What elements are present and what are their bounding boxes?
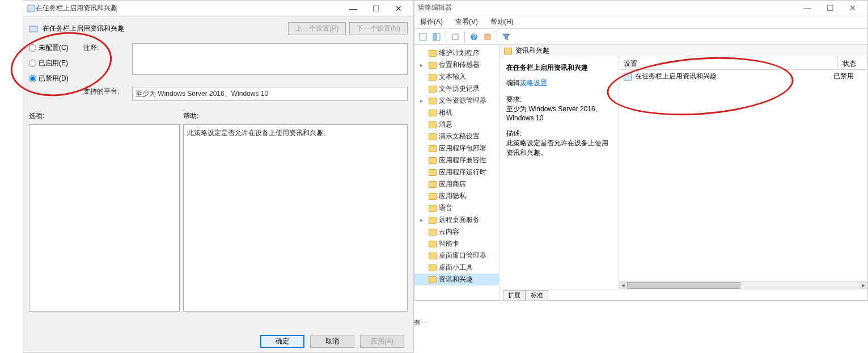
dialog-body: 在任务栏上启用资讯和兴趣 上一个设置(P) 下一个设置(N) 未配置(C) 已启… <box>23 16 413 312</box>
gpedit-titlebar: 策略编辑器 — ☐ ✕ <box>414 1 867 15</box>
tree-item[interactable]: 消息 <box>414 119 499 131</box>
gpedit-minimize-button[interactable]: — <box>796 3 819 12</box>
toolbar-filter-icon[interactable] <box>500 31 513 43</box>
next-setting-button[interactable]: 下一个设置(N) <box>349 22 408 35</box>
dialog-icon <box>27 4 36 13</box>
gpedit-title: 策略编辑器 <box>418 3 452 12</box>
background-fragment-text: 有一 <box>414 318 427 327</box>
options-area[interactable] <box>29 124 180 312</box>
menu-view[interactable]: 查看(V) <box>453 16 480 28</box>
tree-item[interactable]: 演示文稿设置 <box>414 131 499 142</box>
toolbar-button-2[interactable] <box>430 31 443 43</box>
scroll-right-arrow[interactable]: ► <box>859 281 867 289</box>
comment-textbox[interactable] <box>132 43 408 75</box>
radio-not-configured-label: 未配置(C) <box>39 43 69 53</box>
tree-item[interactable]: 应用程序兼容性 <box>414 154 499 166</box>
tree-item-label: 文件历史记录 <box>439 84 480 94</box>
folder-icon <box>429 241 437 247</box>
tree-item[interactable]: ▸文件资源管理器 <box>414 95 499 107</box>
help-text: 此策略设定是否允许在设备上使用资讯和兴趣。 <box>187 129 330 137</box>
tree-item[interactable]: 云内容 <box>414 226 499 238</box>
radio-disabled-input[interactable] <box>29 75 36 82</box>
cancel-button[interactable]: 取消 <box>310 335 354 348</box>
tree-item-label: 应用程序运行时 <box>439 167 486 177</box>
radio-not-configured[interactable]: 未配置(C) <box>29 43 80 53</box>
radio-not-configured-input[interactable] <box>29 44 36 52</box>
tree-item[interactable]: 桌面窗口管理器 <box>414 250 499 262</box>
folder-icon <box>429 229 437 236</box>
tree-item-label: 云内容 <box>439 227 459 237</box>
gpedit-maximize-button[interactable]: ☐ <box>819 3 841 12</box>
tree-item[interactable]: 应用隐私 <box>414 190 499 202</box>
tree-item-label: 消息 <box>439 120 452 129</box>
folder-icon <box>429 74 437 81</box>
tree-item-label: 演示文稿设置 <box>439 132 480 141</box>
dialog-heading-row: 在任务栏上启用资讯和兴趣 上一个设置(P) 下一个设置(N) <box>29 22 408 35</box>
tree-item-label: 应用程序包部署 <box>439 144 486 153</box>
comment-label: 注释: <box>83 43 129 83</box>
tree-item[interactable]: 语音 <box>414 202 499 214</box>
horizontal-scrollbar[interactable]: ◄ ► <box>619 281 867 289</box>
menu-help[interactable]: 帮助(H) <box>488 16 516 28</box>
scroll-left-arrow[interactable]: ◄ <box>619 281 627 289</box>
maximize-button[interactable]: ☐ <box>365 1 387 16</box>
minimize-button[interactable]: — <box>342 1 365 16</box>
tree-item[interactable]: 文本输入 <box>414 71 499 83</box>
folder-icon <box>429 98 437 104</box>
folder-icon <box>429 264 437 271</box>
expand-icon[interactable]: ▸ <box>420 98 426 104</box>
toolbar-button-1[interactable] <box>417 31 429 43</box>
tree-item[interactable]: 维护计划程序 <box>414 47 499 59</box>
tree-item[interactable]: 应用程序包部署 <box>414 142 499 154</box>
detail-pane: 在任务栏上启用资讯和兴趣 编辑策略设置 要求: 至少为 Windows Serv… <box>499 57 619 289</box>
tree-item[interactable]: 应用程序运行时 <box>414 166 499 178</box>
tree-item[interactable]: 资讯和兴趣 <box>414 274 499 285</box>
col-state[interactable]: 状态 <box>838 57 867 69</box>
expand-icon[interactable]: ▸ <box>420 62 426 68</box>
requirements-text-2: Windows 10 <box>506 114 612 122</box>
tree-item[interactable]: 桌面小工具 <box>414 262 499 274</box>
radio-enabled-input[interactable] <box>29 60 36 67</box>
edit-policy-link[interactable]: 策略设置 <box>520 79 547 87</box>
scroll-thumb[interactable] <box>627 282 740 289</box>
apply-button[interactable]: 应用(A) <box>360 335 404 348</box>
radio-disabled[interactable]: 已禁用(D) <box>29 74 80 83</box>
tree-item[interactable]: ▸远程桌面服务 <box>414 214 499 226</box>
svg-rect-8 <box>485 34 490 40</box>
tab-extended[interactable]: 扩展 <box>503 290 526 300</box>
setting-icon <box>624 73 632 81</box>
gpedit-close-button[interactable]: ✕ <box>841 3 864 12</box>
toolbar-button-3[interactable] <box>449 31 461 43</box>
expand-icon[interactable]: ▸ <box>420 217 426 223</box>
svg-rect-5 <box>452 34 458 40</box>
col-setting[interactable]: 设置 <box>619 57 838 69</box>
description-label: 描述: <box>506 129 612 138</box>
main-header-text: 资讯和兴趣 <box>515 46 549 56</box>
tree-item[interactable]: ▸位置和传感器 <box>414 59 499 71</box>
close-button[interactable]: ✕ <box>387 1 410 16</box>
menu-action[interactable]: 操作(A) <box>418 16 445 28</box>
list-row[interactable]: 在任务栏上启用资讯和兴趣 已禁用 <box>619 70 867 83</box>
folder-icon <box>429 276 437 283</box>
tree-item[interactable]: 智能卡 <box>414 238 499 250</box>
svg-rect-1 <box>29 26 37 32</box>
tree-item-label: 桌面小工具 <box>439 263 473 272</box>
tab-standard[interactable]: 标准 <box>526 290 548 300</box>
svg-rect-3 <box>433 33 436 40</box>
supported-on-text: 至少为 Windows Server 2016、Windows 10 <box>132 87 408 101</box>
radio-enabled[interactable]: 已启用(E) <box>29 58 80 68</box>
tree-item[interactable]: 相机 <box>414 107 499 119</box>
tree-item[interactable]: 文件历史记录 <box>414 83 499 95</box>
svg-text:?: ? <box>472 33 476 41</box>
toolbar-button-5[interactable] <box>481 31 494 43</box>
policy-tree[interactable]: 维护计划程序▸位置和传感器文本输入文件历史记录▸文件资源管理器相机消息演示文稿设… <box>414 45 499 300</box>
folder-icon <box>429 133 437 140</box>
folder-icon <box>429 205 437 212</box>
tree-item[interactable]: 应用商店 <box>414 178 499 190</box>
ok-button[interactable]: 确定 <box>260 335 304 348</box>
dialog-heading: 在任务栏上启用资讯和兴趣 <box>43 24 124 33</box>
help-area: 此策略设定是否允许在设备上使用资讯和兴趣。 <box>183 124 408 312</box>
tree-item-label: 位置和传感器 <box>439 60 480 70</box>
toolbar-help-icon[interactable]: ? <box>468 31 480 43</box>
previous-setting-button[interactable]: 上一个设置(P) <box>288 22 346 35</box>
